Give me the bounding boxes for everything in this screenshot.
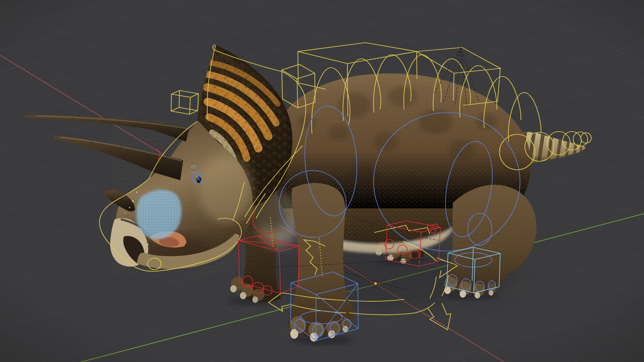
- viewport-render[interactable]: [0, 0, 644, 362]
- viewport-canvas[interactable]: [0, 0, 644, 362]
- vignette-overlay: [0, 0, 644, 362]
